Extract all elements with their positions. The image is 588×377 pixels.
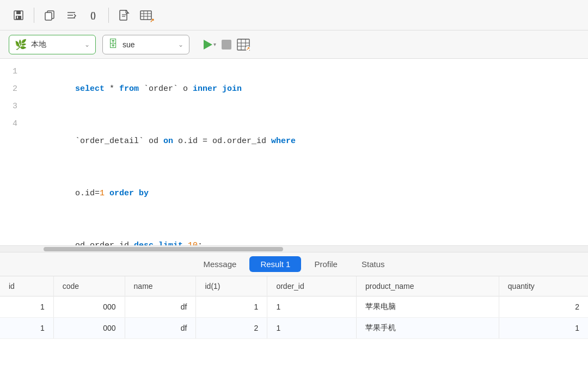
divider-2 [108,8,109,23]
col-header-id1: id(1) [196,276,267,296]
svg-rect-5 [45,13,52,20]
tab-message[interactable]: Message [193,256,248,272]
svg-rect-3 [17,16,18,18]
tab-status[interactable]: Status [351,256,396,272]
save-button[interactable] [9,5,28,25]
chevron-down-icon-db: ⌄ [178,41,183,48]
table-cell: 1 [0,318,53,339]
svg-rect-1 [16,11,21,14]
play-icon [204,40,212,50]
results-panel: Message Result 1 Profile Status id code … [0,252,588,377]
app-container: () ↗ 🌿 [0,0,588,377]
table-cell: 1 [267,318,357,339]
line-numbers: 1 2 3 4 [0,63,26,241]
col-header-id: id [0,276,53,296]
tab-profile[interactable]: Profile [303,256,348,272]
table-header-row: id code name id(1) order_id product_name… [0,276,588,296]
chevron-down-icon: ⌄ [84,41,90,48]
svg-rect-2 [16,16,21,20]
table-row: 1000df21苹果手机1 [0,318,588,339]
editor-scrollbar[interactable] [0,245,588,252]
stop-button[interactable] [222,40,231,50]
code-line-1: select * from `order` o inner join [26,63,579,115]
col-header-product-name: product_name [357,276,499,296]
code-line-4: od.order_id desc limit 10; [26,220,579,245]
editor-area: 1 2 3 4 select * from `order` o inner jo… [0,59,588,252]
local-connection-select[interactable]: 🌿 本地 ⌄ [9,35,96,54]
code-content[interactable]: select * from `order` o inner join `orde… [26,63,588,241]
divider-1 [34,8,34,23]
table-cell: 000 [53,296,125,318]
col-header-code: code [53,276,125,296]
table-cell: 2 [196,318,267,339]
database-label: sue [122,40,135,49]
tab-result1[interactable]: Result 1 [249,256,301,272]
editor-scrollbar-thumb [44,247,283,251]
paren-icon: () [90,10,96,20]
results-tabs: Message Result 1 Profile Status [0,252,588,276]
table-cell: 000 [53,318,125,339]
code-editor[interactable]: 1 2 3 4 select * from `order` o inner jo… [0,59,588,245]
table-cell: 1 [0,296,53,318]
results-table: id code name id(1) order_id product_name… [0,276,588,339]
doc-button[interactable] [114,5,134,25]
table-cell: df [125,318,196,339]
svg-text:↗: ↗ [246,46,250,51]
table-button[interactable]: ↗ [136,5,156,25]
table-cell: 1 [196,296,267,318]
db-icon: 🗄 [108,39,118,50]
leaf-icon: 🌿 [15,39,27,51]
results-table-container[interactable]: id code name id(1) order_id product_name… [0,276,588,377]
table-cell: 苹果手机 [357,318,499,339]
col-header-name: name [125,276,196,296]
table-cell: 1 [267,296,357,318]
table-row: 1000df11苹果电脑2 [0,296,588,318]
table-cell: 1 [499,318,588,339]
database-select[interactable]: 🗄 sue ⌄ [102,35,189,54]
format-button[interactable] [62,5,81,25]
run-dropdown-arrow: ▾ [213,41,216,47]
paren-button[interactable]: () [83,5,103,25]
col-header-quantity: quantity [499,276,588,296]
table-cell: 苹果电脑 [357,296,499,318]
col-header-order-id: order_id [267,276,357,296]
local-connection-label: 本地 [31,40,46,50]
table-cell: df [125,296,196,318]
copy-button[interactable] [40,5,59,25]
explain-button[interactable]: ↗ [234,35,253,54]
run-group: ▾ ↗ [200,35,253,54]
connection-bar: 🌿 本地 ⌄ 🗄 sue ⌄ ▾ [0,30,588,59]
code-line-2: `order_detail` od on o.id = od.order_id … [26,115,579,168]
toolbar: () ↗ [0,0,588,30]
code-line-3: o.id=1 order by [26,168,579,220]
table-cell: 2 [499,296,588,318]
run-button[interactable]: ▾ [200,35,219,54]
